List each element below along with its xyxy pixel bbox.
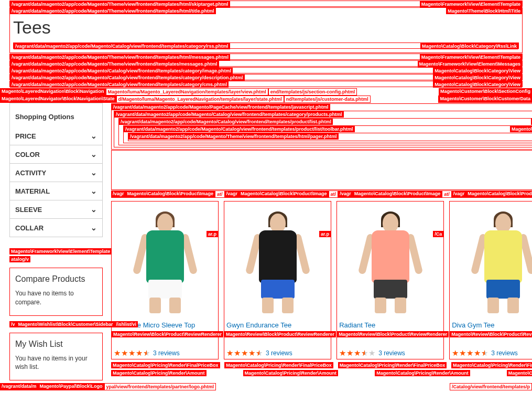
hint-layered-nav-left: Magento\LayeredNavigation\Block\Navigati… — [0, 88, 106, 96]
chevron-down-icon: ⌄ — [91, 187, 97, 195]
toolbar: Sort By Position ↑ — [112, 151, 532, 189]
hint-msg: /vagrant/data/magento2/app/code/Magento/… — [9, 81, 523, 87]
chevron-down-icon: ⌄ — [91, 205, 97, 214]
hint-main: /vagrant/data/magento2/app/code/Magento/… — [128, 133, 532, 141]
hint-main: /vagrant/data/magento2/app/code/Magento/… — [111, 103, 532, 150]
main-column: /vagrant/data/magento2/app/code/Magento/… — [111, 103, 532, 381]
filter-label: PRICE — [15, 132, 36, 140]
hint-main: /vagrant/data/magento2/app/code/Magento/… — [118, 118, 532, 145]
reviews-link[interactable]: 3 reviews — [153, 349, 180, 357]
product-reviews: ★★★★★ 3 reviews — [337, 337, 443, 359]
filter-label: SLEEVE — [15, 206, 42, 214]
product-reviews: ★★★★★ 3 reviews — [112, 337, 218, 359]
filter-label: MATERIAL — [15, 187, 50, 195]
hint-layered-state-left: Magento\LayeredNavigator\Block\Navigatio… — [0, 96, 116, 103]
wishlist-title: My Wish List — [15, 340, 97, 349]
hint-msg: /vagrant/data/magento2/app/code/Magento/… — [9, 60, 523, 67]
filter-label: COLLAR — [15, 224, 44, 232]
product-name[interactable]: Radiant Tee — [337, 317, 443, 331]
filter-label: COLOR — [15, 151, 40, 158]
product-reviews: ★★★★★ 3 reviews — [450, 337, 532, 359]
filter-color[interactable]: COLOR⌄ — [10, 145, 102, 163]
product-card[interactable]: /Ca Diva Gym Tee Magento\Review\Block\Pr… — [449, 201, 532, 359]
hint-msg: /vagrant/data/magento2/app/code/Magento/… — [9, 67, 523, 73]
filter-price[interactable]: PRICE⌄ — [10, 127, 102, 145]
product-image — [224, 208, 331, 317]
hint-title: /vagrant/data/magento2/app/code/Magento/… — [9, 7, 523, 53]
reviews-link[interactable]: 3 reviews — [491, 349, 518, 357]
hint-main: /vagrant/data/magento2/app/code/Magento/… — [123, 125, 532, 143]
compare-empty: You have no items to compare. — [15, 289, 97, 307]
filter-activity[interactable]: ACTIVITY⌄ — [10, 163, 102, 182]
compare-block: Compare Products You have no items to co… — [9, 268, 103, 316]
chevron-down-icon: ⌄ — [91, 150, 97, 158]
product-card[interactable]: /Ca Radiant Tee Magento\Review\Block\Pro… — [336, 201, 444, 359]
hint-rss: /vagrant/data/magento2/app/code/Magento/… — [13, 43, 519, 49]
compare-title: Compare Products — [15, 274, 97, 284]
product-reviews: ★★★★★ 3 reviews — [224, 337, 331, 359]
star-rating: ★★★★★ — [114, 349, 150, 357]
product-image — [112, 208, 218, 317]
filter-label: ACTIVITY — [15, 169, 46, 177]
product-card[interactable]: ar.p Gwyn Endurance Tee Magento\Review\B… — [224, 201, 331, 359]
hint-msg: /vagrant/data/magento2/app/code/Magento/… — [9, 54, 523, 60]
product-name[interactable]: Diva Gym Tee — [450, 317, 532, 331]
star-rating: ★★★★★ — [226, 349, 263, 357]
footer-hints: /vagrant/data/m Magento\Paypal\Block\Log… — [0, 383, 532, 390]
star-rating: ★★★★★ — [339, 349, 375, 357]
toolbar-wrap: Sort By Position ↑ — [111, 150, 532, 190]
product-name[interactable]: Gwyn Endurance Tee — [224, 317, 331, 331]
shopping-options-title: Shopping Options — [10, 103, 102, 127]
chevron-down-icon: ⌄ — [91, 224, 97, 232]
product-image — [337, 208, 443, 317]
hint-skiptarget: /vagrant/data/magento2/app/code/Magento/… — [9, 1, 523, 7]
wishlist-empty: You have no items in your wish list. — [15, 354, 97, 372]
product-grid: ar.p Gabrielle Micro Sleeve Top Magento\… — [111, 201, 532, 359]
chevron-down-icon: ⌄ — [91, 168, 97, 177]
filter-material[interactable]: MATERIAL⌄ — [10, 182, 102, 200]
product-image — [450, 208, 532, 317]
reviews-link[interactable]: 3 reviews — [378, 349, 405, 357]
amount-hints: Magento\Catalog\Pricing\Render\AmountMag… — [111, 368, 532, 376]
star-rating: ★★★★★ — [452, 349, 488, 357]
reviews-link[interactable]: 3 reviews — [266, 349, 292, 357]
sidebar: Shopping Options PRICE⌄COLOR⌄ACTIVITY⌄MA… — [9, 103, 103, 381]
img-row-hints: /vagrMagento\Catalog\Block\Product\Image… — [111, 190, 532, 198]
filter-sleeve[interactable]: SLEEVE⌄ — [10, 200, 102, 218]
chevron-down-icon: ⌄ — [91, 132, 97, 140]
filter-collar[interactable]: COLLAR⌄ — [10, 218, 102, 237]
wishlist-block: My Wish List You have no items in your w… — [9, 333, 103, 381]
page-title: Tees — [13, 14, 519, 42]
hint-msg: /vagrant/data/magento2/app/code/Magento/… — [9, 74, 523, 80]
price-hints: Magento\Catalog\Pricing\Render\FinalPric… — [111, 360, 532, 368]
product-card[interactable]: ar.p Gabrielle Micro Sleeve Top Magento\… — [111, 201, 219, 359]
hint-main: /vagrant/data/magento2/app/code/Magento/… — [114, 111, 532, 147]
